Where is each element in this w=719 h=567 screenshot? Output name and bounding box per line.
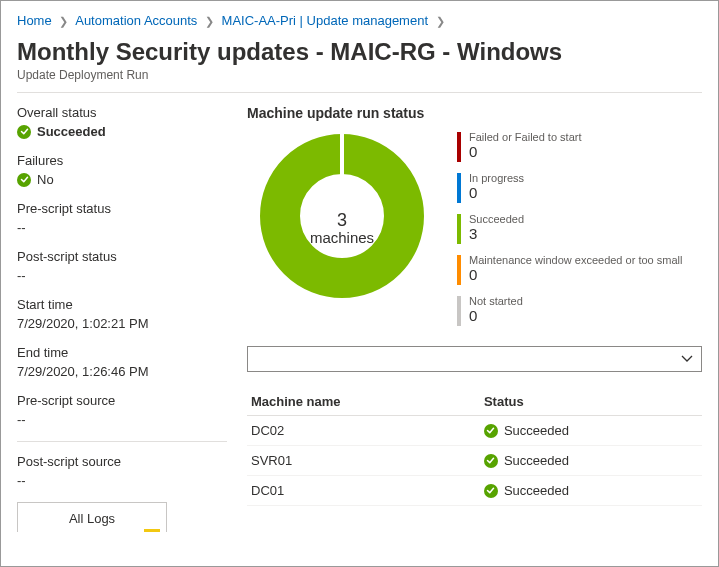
chevron-right-icon: ❯ — [59, 15, 68, 27]
post-script-source-label: Post-script source — [17, 454, 227, 469]
donut-chart: 3 machines — [247, 131, 437, 326]
legend-color-inprogress — [457, 173, 461, 203]
legend-label-inprogress: In progress — [469, 172, 524, 184]
page-title: Monthly Security updates - MAIC-RG - Win… — [17, 38, 702, 66]
breadcrumb-automation-accounts[interactable]: Automation Accounts — [75, 13, 197, 28]
svg-rect-1 — [340, 131, 344, 175]
summary-panel: Overall status Succeeded Failures No — [17, 105, 247, 532]
end-time-label: End time — [17, 345, 227, 360]
tab-all-logs[interactable]: All Logs — [17, 502, 167, 532]
success-icon — [484, 454, 498, 468]
page-subtitle: Update Deployment Run — [17, 68, 702, 82]
col-status[interactable]: Status — [480, 388, 702, 416]
donut-center-count: 3 — [310, 210, 374, 230]
machine-status-cell: Succeeded — [504, 423, 569, 438]
machine-status-cell: Succeeded — [504, 483, 569, 498]
legend-value-maintenance: 0 — [469, 267, 682, 282]
success-icon — [484, 484, 498, 498]
post-script-status-label: Post-script status — [17, 249, 227, 264]
machine-name-cell: DC02 — [247, 416, 480, 446]
post-script-source-value: -- — [17, 473, 227, 488]
start-time-value: 7/29/2020, 1:02:21 PM — [17, 316, 227, 331]
legend-color-failed — [457, 132, 461, 162]
legend-label-maintenance: Maintenance window exceeded or too small — [469, 254, 682, 266]
machine-name-cell: DC01 — [247, 476, 480, 506]
chevron-right-icon: ❯ — [205, 15, 214, 27]
machine-run-status-heading: Machine update run status — [247, 105, 702, 121]
breadcrumb-home[interactable]: Home — [17, 13, 52, 28]
legend-label-notstarted: Not started — [469, 295, 523, 307]
pre-script-source-value: -- — [17, 412, 227, 427]
overall-status-value: Succeeded — [37, 124, 106, 139]
success-icon — [484, 424, 498, 438]
table-row[interactable]: DC02 Succeeded — [247, 416, 702, 446]
legend-value-notstarted: 0 — [469, 308, 523, 323]
pre-script-source-label: Pre-script source — [17, 393, 227, 408]
machine-name-cell: SVR01 — [247, 446, 480, 476]
machines-table: Machine name Status DC02 Succeeded SVR01 — [247, 388, 702, 506]
legend-value-succeeded: 3 — [469, 226, 524, 241]
table-row[interactable]: SVR01 Succeeded — [247, 446, 702, 476]
end-time-value: 7/29/2020, 1:26:46 PM — [17, 364, 227, 379]
chevron-down-icon — [681, 353, 693, 365]
start-time-label: Start time — [17, 297, 227, 312]
legend-label-failed: Failed or Failed to start — [469, 131, 582, 143]
legend-value-inprogress: 0 — [469, 185, 524, 200]
legend-value-failed: 0 — [469, 144, 582, 159]
success-icon — [17, 173, 31, 187]
machine-status-cell: Succeeded — [504, 453, 569, 468]
breadcrumb-update-management[interactable]: MAIC-AA-Pri | Update management — [222, 13, 428, 28]
failures-label: Failures — [17, 153, 227, 168]
breadcrumb: Home ❯ Automation Accounts ❯ MAIC-AA-Pri… — [17, 9, 702, 36]
pre-script-status-label: Pre-script status — [17, 201, 227, 216]
failures-value: No — [37, 172, 54, 187]
legend-label-succeeded: Succeeded — [469, 213, 524, 225]
post-script-status-value: -- — [17, 268, 227, 283]
overall-status-label: Overall status — [17, 105, 227, 120]
legend-color-notstarted — [457, 296, 461, 326]
success-icon — [17, 125, 31, 139]
legend-color-succeeded — [457, 214, 461, 244]
col-machine-name[interactable]: Machine name — [247, 388, 480, 416]
donut-center-label: machines — [310, 230, 374, 247]
chevron-right-icon: ❯ — [436, 15, 445, 27]
chart-legend: Failed or Failed to start 0 In progress … — [457, 131, 702, 326]
pre-script-status-value: -- — [17, 220, 227, 235]
filter-dropdown[interactable] — [247, 346, 702, 372]
table-row[interactable]: DC01 Succeeded — [247, 476, 702, 506]
legend-color-maintenance — [457, 255, 461, 285]
